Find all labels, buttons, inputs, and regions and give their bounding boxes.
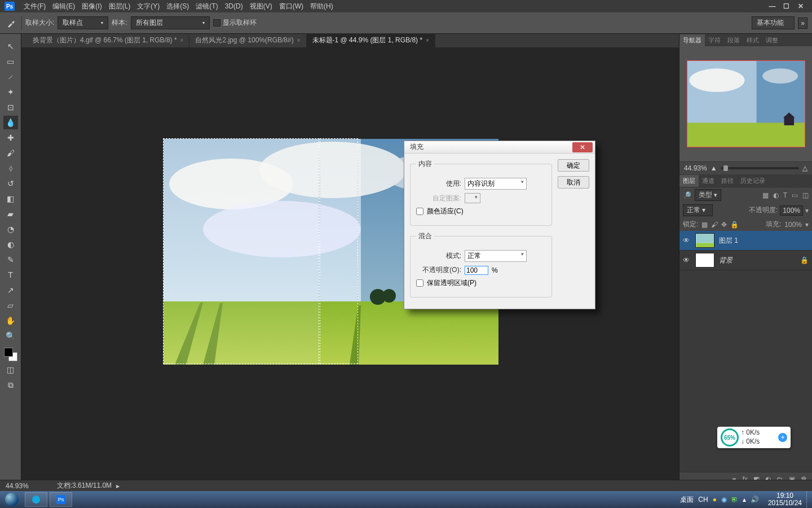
tab-channels[interactable]: 通道 <box>699 175 718 187</box>
show-desktop-button[interactable] <box>806 491 812 508</box>
tab-character[interactable]: 字符 <box>705 34 724 46</box>
window-close-icon[interactable]: ✕ <box>793 2 807 10</box>
tab-doc-3[interactable]: 未标题-1 @ 44.9% (图层 1, RGB/8) *× <box>307 33 435 47</box>
taskbar-clock[interactable]: 19:10 2015/10/24 <box>764 492 806 507</box>
tool-magicwand[interactable]: ✦ <box>3 85 18 99</box>
tray-volume-icon[interactable]: 🔊 <box>751 496 759 503</box>
taskbar-app-1[interactable] <box>25 492 47 507</box>
tray-expand-icon[interactable]: ▴ <box>743 496 746 503</box>
tool-zoom[interactable]: 🔍 <box>3 329 18 343</box>
tool-shape[interactable]: ▱ <box>3 299 18 312</box>
tool-eyedropper[interactable]: 💧 <box>3 116 18 129</box>
sample-layers-select[interactable]: 所有图层▾ <box>131 16 210 29</box>
preserve-transparency-checkbox[interactable] <box>416 279 423 287</box>
layer-opacity-value[interactable]: 100% <box>780 205 803 216</box>
sample-size-select[interactable]: 取样点▾ <box>58 16 108 29</box>
menu-type[interactable]: 文字(Y) <box>134 2 163 11</box>
tool-path-select[interactable]: ↗ <box>3 283 18 297</box>
start-button[interactable] <box>0 491 24 508</box>
tool-type[interactable]: T <box>3 268 18 282</box>
tray-shield-icon[interactable]: ⛨ <box>731 496 738 503</box>
tab-styles[interactable]: 样式 <box>743 34 762 46</box>
menu-filter[interactable]: 滤镜(T) <box>192 2 221 11</box>
visibility-icon[interactable]: 👁 <box>683 237 691 244</box>
window-minimize-icon[interactable]: — <box>765 2 779 10</box>
tool-stamp[interactable]: ⎀ <box>3 161 18 175</box>
tool-lasso[interactable]: ⟋ <box>3 70 18 84</box>
color-adaptation-checkbox[interactable] <box>416 208 423 215</box>
dialog-close-button[interactable]: ✕ <box>572 142 593 152</box>
filter-type-icon[interactable]: T <box>783 191 787 199</box>
tool-history-brush[interactable]: ↺ <box>3 177 18 190</box>
menu-window[interactable]: 窗口(W) <box>276 2 307 11</box>
close-icon[interactable]: × <box>297 37 301 43</box>
fill-value[interactable]: 100% <box>784 221 802 229</box>
visibility-icon[interactable]: 👁 <box>683 256 691 264</box>
tray-icon[interactable]: ◉ <box>721 496 727 503</box>
menu-3d[interactable]: 3D(D) <box>222 2 246 10</box>
menu-file[interactable]: 文件(F) <box>20 2 49 11</box>
tool-marquee[interactable]: ▭ <box>3 55 18 68</box>
tool-pen[interactable]: ✎ <box>3 253 18 266</box>
zoom-slider[interactable] <box>721 167 799 169</box>
layer-thumb[interactable] <box>695 233 714 248</box>
workspace-switcher[interactable]: 基本功能 <box>752 16 795 29</box>
lock-transparency-icon[interactable]: ▦ <box>701 221 708 229</box>
use-select[interactable]: 内容识别 <box>465 178 527 190</box>
close-icon[interactable]: × <box>180 37 184 43</box>
menu-edit[interactable]: 编辑(E) <box>49 2 78 11</box>
screenmode-icon[interactable]: ⧉ <box>3 378 18 392</box>
layer-name[interactable]: 图层 1 <box>719 236 738 246</box>
menu-select[interactable]: 选择(S) <box>163 2 192 11</box>
tab-navigator[interactable]: 导航器 <box>679 34 705 46</box>
layer-thumb[interactable] <box>695 253 714 268</box>
tab-adjustments[interactable]: 调整 <box>762 34 782 46</box>
status-arrow-icon[interactable]: ▸ <box>116 482 120 490</box>
tray-icon[interactable]: ● <box>713 496 717 503</box>
tool-eraser[interactable]: ◧ <box>3 192 18 205</box>
widget-plus-icon[interactable]: + <box>778 433 787 442</box>
taskbar-desktop-label[interactable]: 桌面 <box>680 495 694 505</box>
network-speed-widget[interactable]: 65% ↑ 0K/s ↓ 0K/s + <box>717 427 791 448</box>
navigator-preview[interactable] <box>679 46 812 161</box>
lock-all-icon[interactable]: 🔒 <box>730 221 739 229</box>
window-maximize-icon[interactable]: ☐ <box>779 2 793 10</box>
blend-mode-select[interactable]: 正常 ▾ <box>683 204 713 216</box>
menu-help[interactable]: 帮助(H) <box>307 2 337 11</box>
tool-blur[interactable]: ◔ <box>3 222 18 236</box>
color-swatch[interactable] <box>4 348 17 361</box>
mode-select[interactable]: 正常 <box>465 250 527 262</box>
filter-pixel-icon[interactable]: ▦ <box>762 191 769 199</box>
tab-paragraph[interactable]: 段落 <box>724 34 743 46</box>
menu-image[interactable]: 图像(I) <box>78 2 105 11</box>
lock-position-icon[interactable]: ✥ <box>721 221 727 229</box>
layer-row[interactable]: 👁 图层 1 <box>679 231 812 251</box>
tab-layers[interactable]: 图层 <box>679 175 699 187</box>
tool-dodge[interactable]: ◐ <box>3 238 18 251</box>
zoom-out-icon[interactable]: ▲ <box>710 164 717 172</box>
layer-row[interactable]: 👁 背景 🔒 <box>679 251 812 270</box>
lock-brush-icon[interactable]: 🖌 <box>711 221 718 229</box>
status-doc-size[interactable]: 文档:3.61M/11.0M <box>57 481 112 491</box>
tool-hand[interactable]: ✋ <box>3 314 18 327</box>
layer-name[interactable]: 背景 <box>719 256 732 265</box>
tab-paths[interactable]: 路径 <box>718 175 737 187</box>
menu-view[interactable]: 视图(V) <box>246 2 276 11</box>
taskbar-app-photoshop[interactable]: Ps <box>50 492 72 507</box>
quickmask-icon[interactable]: ◫ <box>3 363 18 376</box>
layer-filter-kind[interactable]: 类型 ▾ <box>695 189 721 201</box>
opacity-input[interactable] <box>465 266 488 275</box>
tool-gradient[interactable]: ▰ <box>3 207 18 221</box>
filter-smart-icon[interactable]: ◫ <box>802 191 809 199</box>
status-zoom[interactable]: 44.93% <box>6 482 29 490</box>
tab-doc-1[interactable]: 换背景（图片）4.gif @ 66.7% (图层 1, RGB/8) *× <box>27 33 189 47</box>
tool-brush[interactable]: 🖌 <box>3 146 18 160</box>
menu-layer[interactable]: 图层(L) <box>105 2 134 11</box>
tool-move[interactable]: ↖ <box>3 40 18 53</box>
tab-history[interactable]: 历史记录 <box>737 175 769 187</box>
cancel-button[interactable]: 取消 <box>558 176 589 189</box>
close-icon[interactable]: × <box>426 37 429 43</box>
tool-crop[interactable]: ⊡ <box>3 100 18 114</box>
workspace-expand-icon[interactable]: » <box>798 17 807 29</box>
ok-button[interactable]: 确定 <box>558 159 589 172</box>
